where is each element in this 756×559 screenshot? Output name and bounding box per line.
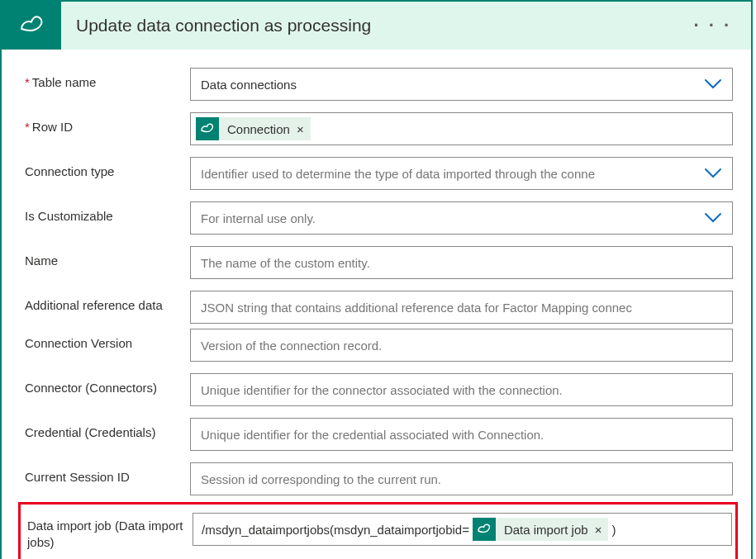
token-label: Connection bbox=[227, 122, 290, 136]
name-placeholder: The name of the custom entity. bbox=[201, 256, 722, 270]
credential-placeholder: Unique identifier for the credential ass… bbox=[201, 428, 722, 442]
chevron-down-icon bbox=[704, 168, 722, 179]
credential-input[interactable]: Unique identifier for the credential ass… bbox=[190, 418, 733, 451]
expression-suffix: ) bbox=[611, 523, 616, 537]
remove-token-button[interactable]: × bbox=[297, 122, 304, 136]
connector-placeholder: Unique identifier for the connector asso… bbox=[201, 383, 722, 397]
table-name-combo[interactable]: Data connections bbox=[190, 68, 733, 101]
field-label-session-id: Current Session ID bbox=[25, 462, 190, 486]
field-label-is-customizable: Is Customizable bbox=[25, 201, 190, 225]
session-id-placeholder: Session id corresponding to the current … bbox=[201, 472, 722, 486]
name-input[interactable]: The name of the custom entity. bbox=[190, 246, 733, 279]
field-label-data-import-job: Data import job (Data import jobs) bbox=[27, 513, 193, 550]
connection-type-combo[interactable]: Identifier used to determine the type of… bbox=[190, 157, 733, 190]
dataverse-icon bbox=[473, 518, 496, 541]
action-card: Update data connection as processing · ·… bbox=[0, 0, 753, 559]
data-import-job-token: Data import job × bbox=[473, 518, 608, 541]
connection-version-input[interactable]: Version of the connection record. bbox=[190, 329, 733, 362]
data-import-job-input[interactable]: /msdyn_dataimportjobs(msdyn_dataimportjo… bbox=[193, 513, 732, 546]
additional-ref-input[interactable]: JSON string that contains additional ref… bbox=[190, 291, 733, 324]
dataverse-icon bbox=[196, 117, 219, 140]
expression-prefix: /msdyn_dataimportjobs(msdyn_dataimportjo… bbox=[202, 523, 469, 537]
card-body: *Table name Data connections *Row ID Con… bbox=[2, 50, 751, 559]
field-label-connection-version: Connection Version bbox=[25, 329, 190, 352]
is-customizable-combo[interactable]: For internal use only. bbox=[190, 201, 733, 234]
card-header: Update data connection as processing · ·… bbox=[2, 2, 751, 50]
field-label-connector: Connector (Connectors) bbox=[25, 373, 190, 396]
card-title: Update data connection as processing bbox=[61, 16, 688, 36]
field-label-name: Name bbox=[25, 246, 190, 269]
connection-token: Connection × bbox=[196, 117, 311, 140]
field-label-row-id: *Row ID bbox=[25, 112, 190, 135]
additional-ref-placeholder: JSON string that contains additional ref… bbox=[201, 301, 722, 315]
connector-input[interactable]: Unique identifier for the connector asso… bbox=[190, 373, 733, 406]
token-label: Data import job bbox=[504, 523, 588, 537]
remove-token-button[interactable]: × bbox=[595, 523, 602, 537]
is-customizable-placeholder: For internal use only. bbox=[201, 211, 697, 225]
highlighted-row: Data import job (Data import jobs) /msdy… bbox=[18, 502, 738, 559]
field-label-additional-ref: Additional reference data bbox=[25, 291, 190, 314]
chevron-down-icon bbox=[704, 78, 722, 90]
session-id-input[interactable]: Session id corresponding to the current … bbox=[190, 462, 733, 495]
field-label-table-name: *Table name bbox=[25, 68, 190, 91]
row-id-input[interactable]: Connection × bbox=[190, 112, 733, 145]
dataverse-icon bbox=[2, 2, 61, 50]
field-label-connection-type: Connection type bbox=[25, 157, 190, 180]
connection-version-placeholder: Version of the connection record. bbox=[201, 339, 722, 353]
field-label-credential: Credential (Credentials) bbox=[25, 418, 190, 441]
chevron-down-icon bbox=[704, 212, 722, 224]
connection-type-placeholder: Identifier used to determine the type of… bbox=[201, 167, 697, 181]
more-menu-button[interactable]: · · · bbox=[688, 12, 736, 40]
table-name-value: Data connections bbox=[201, 78, 697, 92]
